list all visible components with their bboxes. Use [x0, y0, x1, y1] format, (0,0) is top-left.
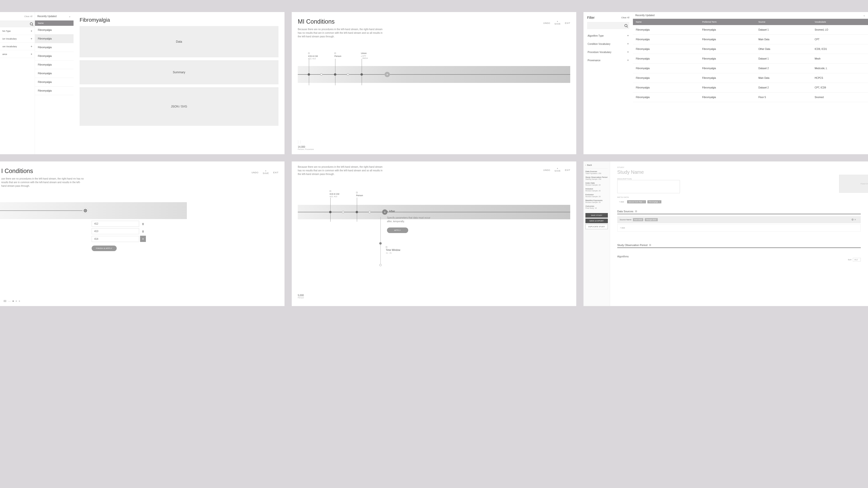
study-name-input[interactable]: Study Name	[617, 169, 861, 175]
flow-node[interactable]	[334, 73, 336, 76]
filter-row[interactable]: ion Vocabulary+	[0, 35, 35, 43]
filter-row[interactable]: Procedure Vocabulary+	[587, 48, 629, 56]
col-vocab[interactable]: Vocabularie	[812, 21, 868, 23]
exit-button[interactable]: EXIT	[565, 169, 570, 171]
table-row[interactable]: FibromyalgiaFibromyalgiaDataset 1Snomed,…	[633, 25, 868, 35]
flow-node[interactable]	[355, 211, 358, 213]
table-row[interactable]: FibromyalgiaFibromyalgiaMain DataCPT	[633, 35, 868, 44]
help-icon[interactable]: ?	[649, 244, 651, 246]
list-item[interactable]: Fibromyalgia	[35, 26, 73, 34]
tag-chip[interactable]: Fibromyalga×	[647, 200, 661, 203]
add-tag-button[interactable]: + Add	[617, 200, 626, 204]
handle-icon[interactable]	[330, 190, 331, 192]
add-node-button[interactable]: +	[384, 72, 390, 77]
table-row[interactable]: FibromyalgiaFibromyalgiaDataset 2CPT, IC…	[633, 83, 868, 93]
data-card[interactable]: Data	[80, 26, 278, 57]
duplicate-study-button[interactable]: DUPLICATE STUDY	[585, 224, 608, 229]
close-icon[interactable]: ×	[644, 201, 645, 203]
search-box[interactable]	[0, 21, 35, 27]
filter-row[interactable]: ure Vocabulary+	[0, 43, 35, 51]
col-name[interactable]: Name	[633, 21, 699, 23]
clear-all-link[interactable]: Clear All	[24, 15, 32, 18]
back-link[interactable]: Back	[585, 164, 608, 168]
table-row[interactable]: FibromyalgiaFibromyalgiaOther DataICD9, …	[633, 44, 868, 54]
plus-icon: +	[31, 53, 32, 56]
apply-button[interactable]: FINISH & APPLY	[92, 246, 117, 251]
filter-row[interactable]: Condition Vocabulary+	[587, 40, 629, 48]
search-box[interactable]	[587, 22, 629, 29]
list-item[interactable]: Fibromyalgia	[35, 87, 73, 95]
apply-button[interactable]: APPLY	[387, 227, 408, 233]
description-textarea[interactable]	[617, 180, 680, 193]
list-item[interactable]: Fibromyalgia	[35, 61, 73, 69]
from-chip[interactable]: from 2010	[633, 218, 644, 221]
tag-chip[interactable]: Sanuve Exch Rate×	[627, 200, 646, 203]
save-button[interactable]: SAVE	[555, 170, 561, 172]
clear-all-link[interactable]: Clear All	[621, 17, 629, 19]
filter-row[interactable]: Provenance+	[587, 56, 629, 64]
save-button[interactable]: SAVE	[263, 172, 269, 174]
sort-dropdown[interactable]: Recently Updated⌄	[633, 12, 868, 19]
flow-node-hollow[interactable]	[342, 211, 344, 213]
undo-button[interactable]: UNDO	[543, 22, 550, 24]
list-item[interactable]: Fibromyalgia	[35, 52, 73, 61]
handle-icon[interactable]	[334, 53, 336, 54]
col-source[interactable]: Source	[755, 21, 812, 23]
flow-node[interactable]	[361, 73, 363, 76]
gear-icon[interactable]: ⚙ ×	[851, 218, 856, 221]
flow-node[interactable]	[329, 211, 332, 213]
code-input[interactable]: 414	[92, 236, 139, 242]
list-item[interactable]: Fibromyalgia	[35, 69, 73, 78]
pagination[interactable]: 00 —	[4, 300, 20, 302]
handle-icon[interactable]	[308, 53, 310, 54]
page-dot[interactable]	[16, 300, 17, 302]
timeline-node-hollow[interactable]	[379, 264, 382, 266]
table-row[interactable]: FibromyalgiaFibromyalgiaMain DataHCPCS	[633, 73, 868, 83]
sort-dropdown[interactable]: Recently Updated	[37, 15, 57, 18]
drag-handle-icon[interactable]: : :: :	[298, 141, 570, 143]
list-item[interactable]: Fibromyalgia	[35, 34, 73, 43]
delete-button[interactable]: 🗑	[140, 228, 146, 234]
flow-canvas[interactable]: ICD-9 CM 412, 413 Person Union ● CPT 992…	[298, 44, 570, 107]
summary-card[interactable]: Summary	[80, 60, 278, 84]
col-preferred[interactable]: Preferred Term	[699, 21, 755, 23]
list-item[interactable]: Fibromyalgia	[35, 43, 73, 52]
flow-node-hollow[interactable]	[347, 73, 349, 76]
page-dot[interactable]	[19, 300, 20, 302]
handle-icon[interactable]	[356, 192, 358, 193]
filter-row[interactable]: hm Type+	[0, 27, 35, 35]
undo-button[interactable]: UNDO	[543, 169, 550, 171]
flow-node[interactable]	[308, 73, 310, 76]
flow-node-hollow[interactable]	[368, 211, 371, 213]
page-desc: Because there are no procedures in the l…	[298, 28, 384, 38]
exit-button[interactable]: EXIT	[565, 22, 570, 24]
add-source-button[interactable]: + Add	[617, 224, 861, 232]
help-icon[interactable]: ?	[635, 210, 637, 213]
filter-row[interactable]: Algorithm Type+	[587, 32, 629, 40]
timeline-node[interactable]	[379, 242, 382, 245]
save-study-button[interactable]: SAVE STUDY	[585, 213, 608, 218]
add-node-button[interactable]: +	[382, 209, 388, 215]
back-link[interactable]: After	[387, 210, 435, 213]
code-input[interactable]: 413	[92, 228, 139, 234]
handle-icon[interactable]	[386, 246, 387, 248]
add-node-button[interactable]	[83, 208, 88, 213]
add-button[interactable]: +	[140, 236, 146, 242]
save-button[interactable]: SAVE	[555, 23, 561, 25]
json-svg-card[interactable]: JSON / SVG	[80, 87, 278, 126]
save-export-button[interactable]: SAVE & EXPORT	[585, 219, 608, 223]
list-item[interactable]: Fibromyalgia	[35, 78, 73, 87]
table-row[interactable]: FibromyalgiaFibromyalgiaDataset 2Medcode…	[633, 64, 868, 73]
page-dot[interactable]	[12, 300, 14, 302]
exit-button[interactable]: EXIT	[273, 171, 278, 174]
filter-row[interactable]: ance+	[0, 51, 35, 58]
table-row[interactable]: FibromyalgiaFibromyalgiaDataset 1Mesh	[633, 54, 868, 64]
close-icon[interactable]: ×	[659, 201, 660, 203]
flow-count: 5,000	[298, 294, 304, 297]
undo-button[interactable]: UNDO	[251, 171, 258, 174]
table-cell: Floor 5	[755, 96, 812, 99]
sort-select[interactable]: A-Z	[853, 258, 861, 261]
table-row[interactable]: FibromyalgiaFibromyalgiaFloor 5Snomed	[633, 93, 868, 102]
flow-node-hollow[interactable]	[320, 73, 322, 76]
through-chip[interactable]: through 2015	[645, 218, 657, 221]
